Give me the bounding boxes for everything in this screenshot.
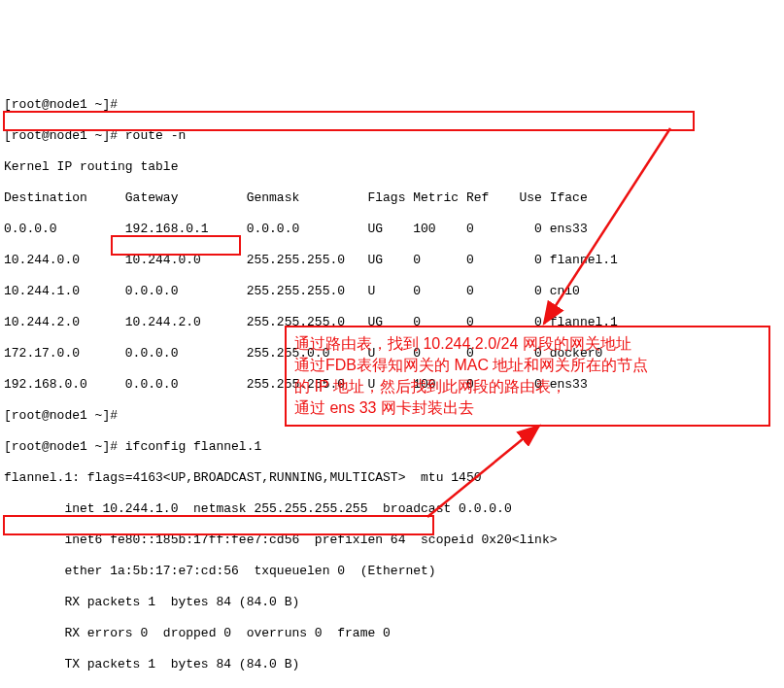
callout-line: 的 IP 地址，然后找到此网段的路由表， [294, 376, 761, 397]
route-row: 0.0.0.0 192.168.0.1 0.0.0.0 UG 100 0 0 e… [4, 222, 784, 237]
ifconfig-line: RX errors 0 dropped 0 overruns 0 frame 0 [4, 626, 784, 641]
annotation-callout: 通过路由表，找到 10.244.2.0/24 网段的网关地址 通过FDB表得知网… [285, 326, 770, 427]
route-row: 10.244.1.0 0.0.0.0 255.255.255.0 U 0 0 0… [4, 284, 784, 299]
ifconfig-line: ether 1a:5b:17:e7:cd:56 txqueuelen 0 (Et… [4, 564, 784, 579]
ifconfig-line: inet6 fe80::185b:17ff:fee7:cd56 prefixle… [4, 533, 784, 548]
route-header: Kernel IP routing table [4, 159, 784, 175]
ifconfig-line: flannel.1: flags=4163<UP,BROADCAST,RUNNI… [4, 470, 784, 486]
ifconfig-line: RX packets 1 bytes 84 (84.0 B) [4, 595, 784, 610]
ifconfig-line: inet 10.244.1.0 netmask 255.255.255.255 … [4, 501, 784, 517]
callout-line: 通过路由表，找到 10.244.2.0/24 网段的网关地址 [294, 333, 761, 355]
route-cols: Destination Gateway Genmask Flags Metric… [4, 190, 784, 206]
cmd-route: [root@node1 ~]# route -n [4, 128, 784, 144]
cmd-ifconfig: [root@node1 ~]# ifconfig flannel.1 [4, 439, 784, 455]
prompt: [root@node1 ~]# [4, 97, 784, 113]
route-row: 10.244.0.0 10.244.0.0 255.255.255.0 UG 0… [4, 253, 784, 268]
ifconfig-line: TX packets 1 bytes 84 (84.0 B) [4, 657, 784, 672]
callout-line: 通过FDB表得知网关的 MAC 地址和网关所在的节点 [294, 355, 761, 376]
callout-line: 通过 ens 33 网卡封装出去 [294, 397, 761, 419]
